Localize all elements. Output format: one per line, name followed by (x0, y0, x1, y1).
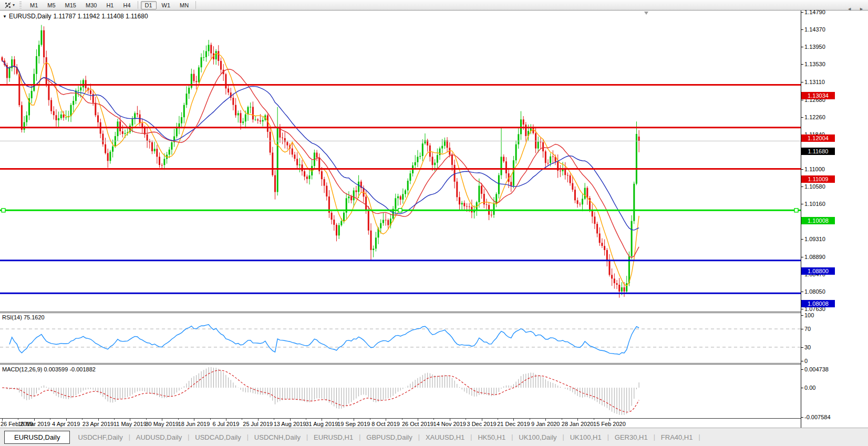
time-tick (178, 419, 179, 420)
tf-button-h4[interactable]: H4 (119, 1, 135, 9)
tf-button-m5[interactable]: M5 (43, 1, 59, 9)
time-tick (210, 419, 211, 420)
tab-eurusd-h1[interactable]: EURUSD,H1 (308, 431, 359, 443)
toolbar-separator (195, 1, 196, 9)
tab-gbpusd-daily[interactable]: GBPUSD,Daily (360, 431, 418, 443)
tf-button-d1[interactable]: D1 (141, 1, 157, 9)
price-badge: 1.11009 (801, 175, 835, 183)
tab-usdcad-daily[interactable]: USDCAD,Daily (189, 431, 246, 443)
chart-symbol-label: EURUSD,Daily (9, 13, 51, 20)
hline-handle[interactable] (2, 209, 5, 212)
time-tick (370, 419, 370, 420)
date-label: 19 Sep 2019 (337, 421, 370, 427)
time-tick (530, 419, 530, 420)
tf-button-m30[interactable]: M30 (81, 1, 101, 9)
axis-tick-label: 1.12260 (804, 114, 825, 120)
chart-shift-marker[interactable] (644, 12, 648, 15)
date-label: 25 Jul 2019 (243, 421, 273, 427)
chart-ohlc-values: 1.11787 1.11942 1.11408 1.11680 (54, 13, 148, 20)
axis-tick-label: 0.00 (804, 385, 815, 391)
date-label: 6 Jul 2019 (212, 421, 239, 427)
tf-button-mn[interactable]: MN (175, 1, 193, 9)
toolbar-separator (138, 1, 138, 9)
date-label: 21 Dec 2019 (497, 421, 530, 427)
price-badge: 1.12004 (801, 134, 835, 142)
axis-tick-label: -0.007584 (804, 414, 831, 420)
macd-signal-line (2, 370, 639, 412)
axis-tick-label: 1.10160 (804, 201, 825, 207)
tab-hk50-h1[interactable]: HK50,H1 (472, 431, 511, 443)
date-label: 9 Jan 2020 (531, 421, 560, 427)
time-tick (466, 419, 466, 420)
date-label: 4 Apr 2019 (52, 421, 80, 427)
tab-uk100-h1[interactable]: UK100,H1 (564, 431, 607, 443)
hline-handle[interactable] (398, 209, 402, 212)
axis-tick-label: 1.13110 (804, 79, 825, 85)
axis-tick-label: 70 (804, 326, 811, 332)
date-label: 3 Dec 2019 (467, 421, 496, 427)
price-badge: 1.11680 (801, 148, 835, 155)
tab-ger30-h1[interactable]: GER30,H1 (609, 431, 654, 443)
arrange-charts-button[interactable]: ▾ (2, 1, 17, 10)
axis-tick-label: 100 (804, 312, 814, 318)
macd-indicator-chart[interactable] (0, 365, 801, 418)
axis-tick-label: 1.14790 (804, 9, 825, 15)
rsi-indicator-chart[interactable] (0, 313, 801, 363)
tf-button-m15[interactable]: M15 (61, 1, 80, 9)
date-label: 8 Oct 2019 (371, 421, 400, 427)
tab-uk100-daily[interactable]: UK100,Daily (513, 431, 562, 443)
time-tick (82, 419, 82, 420)
axis-tick-label: 1.13530 (804, 61, 825, 67)
tf-button-m1[interactable]: M1 (26, 1, 42, 9)
axis-tick-label: 1.10580 (804, 183, 825, 190)
date-label: 26 Oct 2019 (402, 421, 433, 427)
date-label: 14 Nov 2019 (433, 421, 466, 427)
tab-fra40-h1[interactable]: FRA40,H1 (655, 431, 699, 443)
time-tick (50, 419, 50, 420)
tab-scroll-right-icon[interactable]: ► (859, 6, 864, 12)
price-axis[interactable]: 1.147901.143701.139501.135301.131101.126… (801, 11, 868, 428)
axis-tick-label: 0 (804, 358, 808, 364)
axis-tick-label: 1.09310 (804, 236, 825, 242)
chart-tab-bar: EURUSD,DailyUSDCHF,Daily|AUDUSD,Daily|US… (0, 428, 868, 446)
tab-eurusd-daily[interactable]: EURUSD,Daily (4, 431, 70, 444)
hline-handle[interactable] (794, 209, 798, 212)
time-tick (594, 419, 594, 420)
rsi-label: RSI(14) 75.1620 (2, 314, 45, 320)
time-tick (274, 419, 274, 420)
tab-xauusd-h1[interactable]: XAUUSD,H1 (420, 431, 470, 443)
trading-terminal-window: ▾ M1M5M15M30H1H4D1W1MN ▼ EURUSD,Daily 1.… (0, 0, 868, 446)
date-label: 16 Mar 2019 (18, 421, 50, 427)
symbol-dropdown-icon[interactable]: ▼ (3, 14, 7, 19)
tab-usdchf-daily[interactable]: USDCHF,Daily (72, 431, 128, 443)
axis-tick-label: 1.11000 (804, 166, 825, 172)
tab-divider: | (699, 433, 700, 441)
main-price-chart[interactable] (0, 11, 801, 312)
time-tick (433, 419, 434, 420)
timeframe-buttons: M1M5M15M30H1H4D1W1MN (25, 1, 198, 9)
time-axis[interactable]: 26 Feb 201916 Mar 20194 Apr 201923 Apr 2… (0, 419, 801, 428)
tab-usdcnh-daily[interactable]: USDCNH,Daily (249, 431, 306, 443)
macd-label: MACD(12,26,9) 0.003599 -0.001882 (2, 366, 96, 372)
chart-title: ▼ EURUSD,Daily 1.11787 1.11942 1.11408 1… (3, 13, 148, 20)
tf-button-w1[interactable]: W1 (158, 1, 175, 9)
tab-audusd-daily[interactable]: AUDUSD,Daily (130, 431, 188, 443)
date-label: 28 Jan 2020 (562, 421, 594, 427)
time-tick (18, 419, 18, 420)
tf-button-h1[interactable]: H1 (102, 1, 118, 9)
time-tick (242, 419, 242, 420)
date-label: 13 Aug 2019 (274, 421, 306, 427)
tab-scroll-left-icon[interactable]: ◄ (847, 6, 852, 12)
time-tick (338, 419, 338, 420)
time-tick (306, 419, 306, 420)
price-axis-border (801, 11, 801, 428)
time-tick (498, 419, 498, 420)
date-label: 11 May 2019 (113, 421, 147, 427)
toolbar-grip[interactable] (19, 2, 22, 9)
panel-splitter[interactable] (0, 312, 868, 312)
price-badge: 1.08800 (801, 267, 835, 275)
time-tick (146, 419, 147, 420)
chevron-down-icon: ▾ (13, 3, 15, 7)
panel-splitter[interactable] (0, 363, 868, 364)
axis-tick-label: 1.14370 (804, 26, 825, 33)
